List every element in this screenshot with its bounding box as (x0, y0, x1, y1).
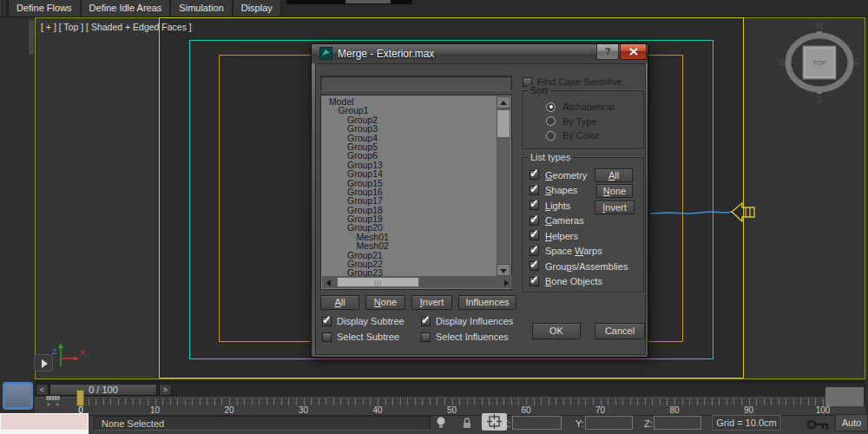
sort-option-by-color[interactable]: By Color (546, 128, 615, 143)
none-button[interactable]: None (365, 295, 405, 310)
vertical-scrollbar[interactable] (496, 96, 510, 277)
mini-listener-open-button[interactable] (34, 354, 53, 372)
frame-tick (689, 398, 690, 405)
checkbox[interactable] (421, 332, 431, 342)
frame-tick (444, 398, 445, 405)
frame-label: 20 (224, 405, 233, 415)
keyboard-shortcut-icon[interactable] (44, 396, 62, 405)
frame-tick (585, 398, 586, 405)
scroll-up-button[interactable] (496, 96, 510, 108)
checkbox[interactable] (529, 277, 539, 286)
max-app-icon (319, 47, 332, 60)
frame-tick (452, 398, 453, 405)
radio-button[interactable] (546, 131, 556, 141)
frame-tick (95, 398, 96, 405)
track-bar[interactable]: 0102030405060708090100 (35, 397, 865, 415)
menu-bar: Define FlowsDefine Idle AreasSimulationD… (0, 0, 868, 17)
menu-item-simulation[interactable]: Simulation (171, 0, 233, 16)
prev-frame-button[interactable]: < (36, 384, 49, 396)
scene-spot-arrow[interactable] (650, 196, 759, 227)
sort-option-alphabetical[interactable]: Alphabetical (546, 100, 615, 115)
checkbox[interactable] (529, 201, 539, 210)
frame-tick (615, 398, 616, 405)
select-subtree-option[interactable]: Select Subtree (322, 332, 399, 342)
radio-button[interactable] (546, 102, 556, 112)
display-subtree-option[interactable]: Display Subtree (322, 316, 404, 326)
next-frame-button[interactable]: > (159, 384, 172, 396)
menu-grip[interactable] (0, 0, 9, 16)
list-type-helpers[interactable]: Helpers (529, 228, 628, 244)
sort-option-by-type[interactable]: By Type (546, 115, 615, 129)
menu-item-display[interactable]: Display (233, 0, 282, 16)
list-type-cameras[interactable]: Cameras (529, 214, 628, 229)
frame-tick (237, 398, 238, 405)
list-item[interactable]: Group20 (322, 223, 496, 232)
maxscript-mini-listener-pink[interactable] (0, 413, 89, 431)
checkbox[interactable] (421, 317, 431, 326)
influences-button[interactable]: Influences (458, 295, 516, 310)
checkbox[interactable] (529, 231, 539, 240)
select-influences-option[interactable]: Select Influences (421, 332, 509, 342)
selection-lock-icon[interactable] (461, 417, 473, 431)
all-button[interactable]: All (320, 295, 359, 310)
frame-tick (593, 398, 594, 405)
current-frame-marker[interactable] (76, 390, 84, 406)
scroll-down-button[interactable] (496, 264, 510, 276)
list-item[interactable]: Group14 (322, 169, 496, 178)
types-invert-button[interactable]: Invert (595, 201, 635, 214)
checkbox[interactable] (322, 332, 332, 342)
scroll-right-button[interactable] (500, 276, 512, 288)
maxscript-mini-listener-white[interactable] (0, 431, 89, 434)
frame-tick (185, 398, 186, 405)
search-input[interactable] (320, 76, 512, 91)
sort-group-label: Sort (528, 85, 550, 95)
horizontal-scroll-thumb[interactable]: ||| (337, 277, 419, 287)
viewport-label[interactable]: [ + ] [ Top ] [ Shaded + Edged Faces ] (41, 22, 192, 32)
help-button[interactable]: ? (596, 44, 619, 60)
frame-tick (496, 398, 497, 405)
display-influences-option[interactable]: Display Influences (421, 316, 513, 326)
menu-item-define-flows[interactable]: Define Flows (9, 0, 82, 16)
selection-status-field[interactable]: None Selected (94, 416, 431, 431)
frame-tick (288, 398, 289, 405)
frame-tick (177, 398, 178, 405)
viewcube[interactable]: N W E S TOP (778, 23, 861, 102)
close-button[interactable] (620, 44, 647, 60)
mini-curve-editor-button[interactable] (3, 382, 33, 410)
radio-button[interactable] (546, 116, 556, 126)
list-item[interactable]: Group23 (322, 268, 496, 276)
checkbox[interactable] (529, 170, 539, 180)
list-item[interactable]: Mesh01 (322, 233, 496, 241)
checkbox[interactable] (529, 216, 539, 226)
horizontal-scrollbar[interactable]: ||| (322, 276, 512, 288)
panel-splitter-handle[interactable] (29, 20, 34, 55)
y-coord-field[interactable] (585, 416, 633, 430)
scroll-left-button[interactable] (322, 276, 334, 288)
types-all-button[interactable]: All (595, 168, 633, 182)
z-coord-field[interactable] (654, 416, 701, 430)
viewcube-n: N (816, 23, 822, 31)
invert-button[interactable]: Invert (411, 295, 452, 310)
merge-object-list[interactable]: ModelGroup1Group2Group3Group4Group5Group… (320, 95, 512, 290)
checkbox[interactable] (529, 186, 539, 195)
checkbox[interactable] (322, 317, 332, 326)
time-slider[interactable]: 0 / 100 (49, 384, 157, 396)
types-none-button[interactable]: None (596, 184, 633, 198)
list-types-group-label: List types (528, 152, 573, 162)
cancel-button[interactable]: Cancel (595, 323, 645, 339)
frame-label: 30 (299, 405, 308, 415)
frame-tick (786, 398, 786, 405)
list-type-space-warps[interactable]: Space Warps (529, 244, 628, 260)
menu-item-define-idle-areas[interactable]: Define Idle Areas (82, 0, 172, 16)
list-type-groups-assemblies[interactable]: Groups/Assemblies (529, 259, 628, 274)
checkbox[interactable] (529, 247, 539, 256)
ok-button[interactable]: OK (532, 323, 581, 339)
x-coord-field[interactable] (512, 416, 562, 430)
vertical-scroll-thumb[interactable] (496, 109, 510, 138)
auto-key-button[interactable]: Auto (835, 414, 868, 431)
prompt-light-icon[interactable] (435, 416, 447, 431)
list-type-bone-objects[interactable]: Bone Objects (529, 274, 628, 290)
list-item[interactable]: Group3 (322, 124, 496, 133)
checkbox[interactable] (529, 261, 539, 271)
frame-tick (400, 398, 401, 405)
